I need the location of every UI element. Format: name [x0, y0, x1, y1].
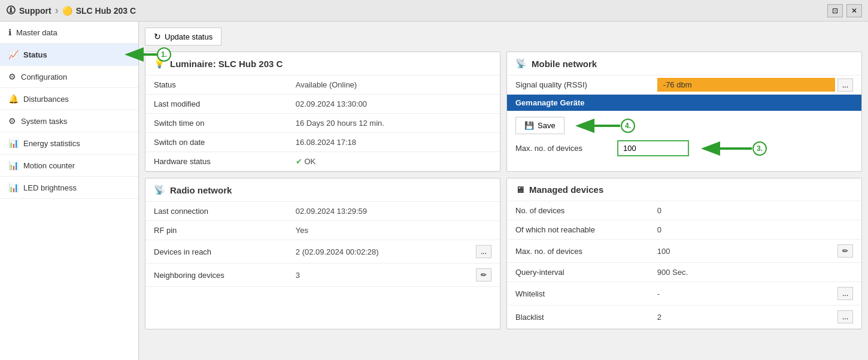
step3-badge: 3. — [752, 141, 767, 156]
managed-value: 0 — [649, 220, 861, 240]
max-devices-input[interactable] — [617, 140, 689, 156]
main-layout: ℹ Master data 📈 Status 1. — [0, 22, 868, 360]
page-title: SLC Hub 203 C — [76, 6, 136, 16]
sidebar-item-configuration[interactable]: ⚙ Configuration — [0, 66, 138, 88]
signal-row: Signal quality (RSSI) -76 dbm ... — [507, 75, 861, 95]
signal-more-button[interactable]: ... — [837, 78, 853, 92]
managed-label: Blacklist — [507, 305, 649, 329]
luminaire-value: 16 Days 20 hours 12 min. — [287, 114, 500, 133]
luminaire-row: Hardware status✔ OK — [145, 152, 500, 171]
radio-action-button[interactable]: ✏ — [476, 268, 491, 282]
bottom-panels: 📡 Radio network Last connection02.09.202… — [145, 178, 862, 329]
save-button[interactable]: 💾 Save — [515, 117, 564, 134]
luminaire-label: Switch time on — [145, 114, 287, 133]
radio-value: 3 ✏ — [287, 264, 500, 286]
luminaire-panel-header: 💡 Luminaire: SLC Hub 203 C — [145, 52, 500, 75]
top-bar: 🛈 Support › 🟡 SLC Hub 203 C ⊡ ✕ — [0, 0, 868, 22]
app-icon: 🛈 — [6, 5, 16, 16]
managed-row: Blacklist2 ... — [507, 305, 861, 329]
radio-value: Yes — [287, 221, 500, 240]
managed-table: No. of devices0Of which not reachable0Ma… — [507, 201, 861, 329]
info-icon: ℹ — [8, 28, 11, 37]
led-icon: 📊 — [8, 183, 19, 192]
sidebar-item-label: LED brightness — [23, 183, 77, 192]
managed-devices-header: 🖥 Managed devices — [507, 179, 861, 201]
mobile-signal-table: Signal quality (RSSI) -76 dbm ... — [507, 75, 861, 95]
main-content: ↻ Update status 💡 Luminaire: SLC Hub 203… — [139, 22, 868, 360]
luminaire-label: Status — [145, 75, 287, 95]
mobile-network-title: Mobile network — [532, 59, 597, 69]
managed-row: Query-interval900 Sec. — [507, 263, 861, 282]
step4-badge: 4. — [621, 119, 635, 133]
save-row: 💾 Save — [515, 117, 853, 134]
managed-label: No. of devices — [507, 201, 649, 220]
radio-label: RF pin — [145, 221, 287, 240]
luminaire-row: Switch on date16.08.2024 17:18 — [145, 133, 500, 152]
luminaire-value: 02.09.2024 13:30:00 — [287, 95, 500, 114]
managed-action-button[interactable]: ✏ — [837, 244, 853, 258]
managed-label: Of which not reachable — [507, 220, 649, 240]
managed-value: 100 ✏ — [649, 240, 861, 262]
luminaire-panel: 💡 Luminaire: SLC Hub 203 C StatusAvailab… — [145, 52, 500, 172]
sidebar: ℹ Master data 📈 Status 1. — [0, 22, 139, 360]
page-icon: 🟡 — [62, 6, 72, 16]
managed-value: 0 — [649, 201, 861, 220]
mobile-icon: 📡 — [515, 58, 527, 69]
managed-icon: 🖥 — [515, 184, 524, 195]
radio-table: Last connection02.09.2024 13:29:59RF pin… — [145, 202, 500, 287]
sidebar-item-label: Disturbances — [23, 95, 69, 104]
managed-row: Whitelist- ... — [507, 282, 861, 305]
sidebar-item-energy-statistics[interactable]: 📊 Energy statistics — [0, 132, 138, 155]
managed-label: Max. no. of devices — [507, 240, 649, 263]
luminaire-value: Available (Online) — [287, 75, 500, 95]
luminaire-value: 16.08.2024 17:18 — [287, 133, 500, 152]
sidebar-item-system-tasks[interactable]: ⚙ System tasks — [0, 110, 138, 132]
managed-devices-panel: 🖥 Managed devices 2. — [506, 178, 862, 329]
managed-action-button[interactable]: ... — [837, 287, 853, 300]
radio-value: 2 (02.09.2024 00:02:28) ... — [287, 240, 500, 263]
luminaire-row: StatusAvailable (Online) — [145, 75, 500, 95]
sidebar-item-label: Configuration — [21, 72, 67, 81]
breadcrumb: 🛈 Support › 🟡 SLC Hub 203 C — [6, 4, 136, 17]
sidebar-item-motion-counter[interactable]: 📊 Motion counter — [0, 155, 138, 177]
managed-panel-content: No. of devices0Of which not reachable0Ma… — [507, 201, 861, 329]
managed-row: Of which not reachable0 — [507, 220, 861, 240]
managed-row: Max. no. of devices100 ✏ — [507, 240, 861, 263]
radio-row: Devices in reach2 (02.09.2024 00:02:28) … — [145, 240, 500, 264]
tasks-icon: ⚙ — [8, 116, 16, 126]
radio-row: RF pinYes — [145, 221, 500, 240]
update-status-button[interactable]: ↻ Update status — [145, 28, 221, 46]
managed-row: No. of devices0 — [507, 201, 861, 220]
max-devices-label: Max. no. of devices — [515, 144, 611, 153]
sidebar-item-label: Motion counter — [23, 161, 75, 170]
config-icon: ⚙ — [8, 72, 16, 81]
status-icon: 📈 — [8, 50, 19, 59]
radio-network-title: Radio network — [170, 185, 232, 195]
update-icon: ↻ — [154, 32, 161, 41]
luminaire-panel-content: StatusAvailable (Online)Last modified02.… — [145, 75, 500, 171]
radio-panel-content: Last connection02.09.2024 13:29:59RF pin… — [145, 202, 500, 329]
luminaire-label: Switch on date — [145, 133, 287, 152]
managed-action-button[interactable]: ... — [837, 310, 853, 323]
sidebar-item-disturbances[interactable]: 🔔 Disturbances — [0, 88, 138, 110]
close-button[interactable]: ✕ — [846, 4, 862, 17]
breadcrumb-separator: › — [55, 4, 59, 17]
sidebar-item-master-data[interactable]: ℹ Master data — [0, 22, 138, 44]
sidebar-item-status[interactable]: 📈 Status 1. — [0, 44, 138, 66]
app-name: Support — [19, 6, 51, 16]
expand-button[interactable]: ⊡ — [827, 4, 843, 17]
signal-value-cell: -76 dbm ... — [649, 75, 861, 95]
managed-value: 2 ... — [649, 305, 861, 328]
radio-label: Last connection — [145, 202, 287, 221]
luminaire-title: Luminaire: SLC Hub 203 C — [170, 59, 283, 69]
mobile-network-panel: 📡 Mobile network Signal quality (RSSI) -… — [506, 52, 862, 172]
luminaire-label: Last modified — [145, 95, 287, 114]
luminaire-row: Last modified02.09.2024 13:30:00 — [145, 95, 500, 114]
radio-row: Last connection02.09.2024 13:29:59 — [145, 202, 500, 221]
update-status-label: Update status — [165, 32, 213, 41]
managed-devices-title: Managed devices — [529, 184, 603, 195]
mobile-edit-section: 💾 Save — [507, 111, 861, 162]
sidebar-item-led-brightness[interactable]: 📊 LED brightness — [0, 177, 138, 199]
radio-action-button[interactable]: ... — [476, 245, 491, 258]
managed-value: - ... — [649, 282, 861, 305]
